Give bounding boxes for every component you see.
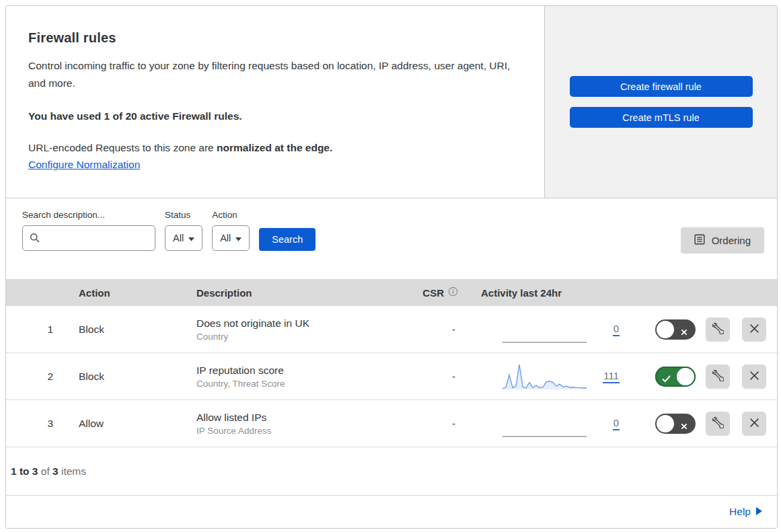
ordering-list-icon — [694, 234, 705, 247]
action-label: Action — [212, 210, 250, 220]
pagination-of: of — [38, 465, 52, 477]
create-mtls-rule-button[interactable]: Create mTLS rule — [570, 107, 753, 128]
ordering-button[interactable]: Ordering — [681, 227, 764, 254]
col-header-activity: Activity last 24hr — [468, 287, 636, 299]
rule-description: Allow listed IPs — [196, 412, 404, 424]
rule-activity-cell: 111 — [468, 363, 636, 391]
edit-rule-button[interactable] — [706, 365, 730, 389]
firewall-rules-card: Firewall rules Control incoming traffic … — [5, 5, 778, 529]
rule-row: 3 Allow Allow listed IPs IP Source Addre… — [6, 400, 777, 447]
wrench-icon — [712, 370, 724, 383]
activity-sparkline — [503, 315, 587, 344]
search-box — [22, 225, 155, 251]
table-header: Action Description CSR Activity last 24h… — [6, 279, 777, 306]
rule-description-cell: IP reputation score Country, Threat Scor… — [184, 365, 404, 389]
activity-sparkline — [503, 363, 587, 391]
rule-description: Does not originate in UK — [196, 317, 404, 330]
toggle-knob — [657, 321, 674, 338]
rule-csr-value: - — [404, 418, 468, 430]
pagination-text: 1 to 3 of 3 items — [11, 465, 86, 478]
caret-right-icon — [756, 506, 762, 518]
chevron-down-icon — [188, 233, 194, 243]
chevron-down-icon — [235, 233, 241, 243]
activity-sparkline — [503, 410, 587, 438]
x-icon — [681, 420, 687, 432]
rule-description: IP reputation score — [196, 365, 404, 377]
wrench-icon — [712, 323, 724, 336]
search-input[interactable] — [22, 225, 155, 251]
delete-rule-button[interactable] — [742, 317, 766, 342]
csr-header-label: CSR — [422, 287, 444, 299]
toggle-knob — [657, 415, 674, 432]
activity-count-link[interactable]: 0 — [613, 323, 620, 336]
action-value: All — [220, 233, 231, 243]
status-field-group: Status All — [165, 210, 202, 251]
rule-enabled-toggle[interactable] — [655, 367, 696, 387]
normalization-bold: normalized at the edge. — [217, 142, 332, 153]
rule-number: 2 — [6, 371, 67, 383]
normalization-line: URL-encoded Requests to this zone are no… — [28, 142, 517, 154]
action-select[interactable]: All — [212, 225, 250, 251]
edit-rule-button[interactable] — [706, 317, 730, 342]
rule-activity-cell: 0 — [468, 315, 636, 344]
delete-rule-button[interactable] — [742, 365, 766, 389]
rule-controls — [636, 412, 777, 436]
col-header-action: Action — [67, 287, 184, 299]
status-label: Status — [165, 210, 202, 220]
pagination-range: 1 to 3 — [11, 465, 38, 477]
rule-row: 1 Block Does not originate in UK Country… — [6, 306, 777, 353]
info-icon[interactable] — [448, 287, 458, 299]
col-header-csr: CSR — [404, 287, 468, 299]
create-firewall-rule-button[interactable]: Create firewall rule — [570, 76, 753, 97]
close-icon — [749, 324, 759, 336]
rule-action: Block — [67, 371, 184, 383]
rule-row: 2 Block IP reputation score Country, Thr… — [6, 353, 777, 400]
col-header-description: Description — [184, 287, 404, 299]
rule-description-cell: Does not originate in UK Country — [184, 317, 404, 342]
actions-panel: Create firewall rule Create mTLS rule — [545, 6, 777, 198]
configure-normalization-link[interactable]: Configure Normalization — [28, 159, 140, 170]
search-button[interactable]: Search — [259, 228, 315, 251]
help-bar: Help — [6, 496, 777, 528]
page-description: Control incoming traffic to your zone by… — [28, 57, 517, 93]
delete-rule-button[interactable] — [742, 412, 766, 436]
edit-rule-button[interactable] — [706, 412, 730, 436]
rule-activity-cell: 0 — [468, 410, 636, 438]
activity-count-link[interactable]: 0 — [613, 417, 620, 430]
check-icon — [662, 373, 671, 385]
close-icon — [749, 371, 759, 383]
rule-enabled-toggle[interactable] — [655, 319, 696, 340]
page-title: Firewall rules — [28, 30, 517, 46]
rule-criteria: IP Source Address — [196, 426, 404, 436]
action-field-group: Action All — [212, 210, 250, 251]
normalization-prefix: URL-encoded Requests to this zone are — [28, 142, 217, 153]
help-link[interactable]: Help — [729, 506, 762, 518]
rule-criteria: Country, Threat Score — [196, 379, 404, 389]
usage-notice: You have used 1 of 20 active Firewall ru… — [28, 110, 517, 122]
intro-text-panel: Firewall rules Control incoming traffic … — [6, 6, 545, 198]
status-select[interactable]: All — [165, 225, 202, 251]
ordering-button-label: Ordering — [712, 235, 751, 246]
rule-criteria: Country — [196, 332, 404, 342]
x-icon — [681, 326, 687, 338]
pagination-bar: 1 to 3 of 3 items — [6, 447, 777, 496]
help-label: Help — [729, 506, 751, 518]
search-field-group: Search description... — [22, 210, 155, 251]
rule-number: 3 — [6, 418, 67, 430]
close-icon — [749, 418, 759, 430]
rule-csr-value: - — [404, 324, 468, 336]
toggle-knob — [677, 368, 694, 385]
pagination-total: 3 — [52, 465, 59, 477]
rule-controls — [636, 317, 777, 342]
rule-description-cell: Allow listed IPs IP Source Address — [184, 412, 404, 436]
status-value: All — [173, 233, 184, 243]
filter-bar: Search description... Status All Action … — [6, 198, 777, 274]
intro-section: Firewall rules Control incoming traffic … — [6, 6, 777, 198]
activity-count-link[interactable]: 111 — [603, 370, 620, 383]
rule-action: Block — [67, 324, 184, 336]
wrench-icon — [712, 417, 724, 430]
pagination-items: items — [59, 465, 86, 477]
rule-action: Allow — [67, 418, 184, 430]
rule-csr-value: - — [404, 371, 468, 383]
rule-enabled-toggle[interactable] — [655, 414, 696, 434]
